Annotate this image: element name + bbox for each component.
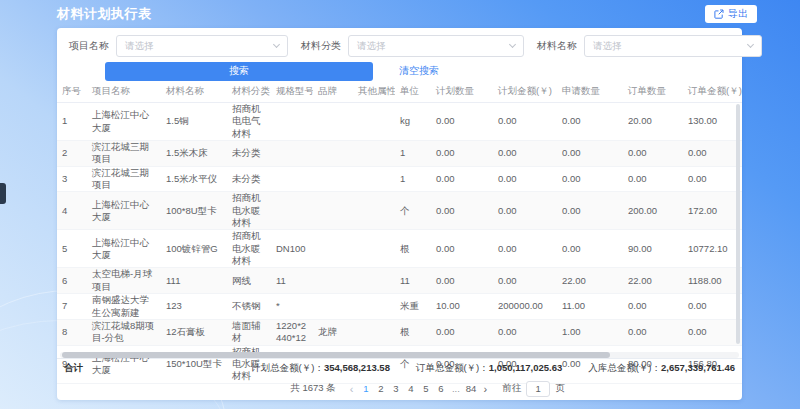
column-header: 规格型号 (271, 80, 313, 102)
table-cell: 200.00 (623, 192, 683, 229)
table-cell: 5 (57, 230, 87, 267)
table-cell: 1.5米水平仪 (161, 167, 227, 192)
page-number[interactable]: 84 (463, 383, 478, 394)
filter-label: 材料名称 (537, 39, 577, 53)
table-cell: 12石膏板 (161, 320, 227, 345)
table-cell: 0.00 (493, 167, 557, 192)
table-cell: 1.00 (557, 320, 623, 345)
table-cell: 200000.00 (493, 294, 557, 319)
table-cell (353, 192, 395, 229)
table-cell: 0.00 (683, 320, 742, 345)
filter-select-material-name[interactable]: 请选择 (584, 35, 762, 57)
table-cell: 不锈钢 (227, 294, 271, 319)
table-cell: 网线 (227, 268, 271, 293)
table-cell: 1 (57, 103, 87, 140)
table-cell: 0.00 (623, 141, 683, 166)
table-row: 4上海松江中心大厦100*8U型卡招商机电水暖材料个0.000.000.0020… (57, 192, 742, 230)
summary-label: 合计 (64, 362, 83, 375)
table-row: 8滨江花城8期项目-分包12石膏板墙面辅材1220*2440*12龙牌根0.00… (57, 320, 742, 346)
filter-placeholder: 请选择 (593, 40, 622, 53)
next-page-button[interactable]: › (478, 383, 492, 395)
export-button[interactable]: 导出 (705, 5, 757, 23)
table-cell: 上海松江中心大厦 (87, 192, 161, 229)
table-cell: 龙牌 (313, 320, 353, 345)
horizontal-scrollbar-thumb[interactable] (62, 352, 610, 358)
table-cell: 上海松江中心大厦 (87, 103, 161, 140)
table-cell (313, 192, 353, 229)
table-cell: 22.00 (557, 268, 623, 293)
table-cell: 1188.00 (683, 268, 742, 293)
content-card: 项目名称 请选择 材料分类 请选择 材料名称 请选择 搜索 清空搜索 序号项目名… (57, 28, 742, 400)
page-number[interactable]: 4 (403, 383, 418, 394)
table-cell (353, 268, 395, 293)
table-cell: 太空电梯-月球项目 (87, 268, 161, 293)
filter-bar: 项目名称 请选择 材料分类 请选择 材料名称 请选择 (69, 34, 742, 58)
page-number[interactable]: 1 (358, 383, 373, 394)
filter-select-material-category[interactable]: 请选择 (348, 35, 524, 57)
table-cell: 0.00 (493, 192, 557, 229)
table-cell (353, 141, 395, 166)
filter-group-material-name: 材料名称 请选择 (537, 35, 762, 57)
table-cell (353, 294, 395, 319)
table-cell (271, 141, 313, 166)
search-button[interactable]: 搜索 (105, 62, 373, 81)
table-cell: 0.00 (431, 320, 493, 345)
table-cell: 0.00 (431, 230, 493, 267)
filter-group-material-category: 材料分类 请选择 (301, 35, 524, 57)
table-cell: 111 (161, 268, 227, 293)
table-cell: 3 (57, 167, 87, 192)
table-cell: 1 (395, 141, 431, 166)
table-cell: 0.00 (493, 320, 557, 345)
table-cell: 7 (57, 294, 87, 319)
table-cell: 0.00 (431, 192, 493, 229)
table-cell: 未分类 (227, 141, 271, 166)
page-ellipsis: ... (448, 383, 463, 394)
table-cell: 6 (57, 268, 87, 293)
table-cell (353, 320, 395, 345)
table-cell: 1 (395, 167, 431, 192)
filter-select-project-name[interactable]: 请选择 (116, 35, 288, 57)
sidebar-collapsed-handle[interactable] (0, 183, 6, 204)
table-cell: 123 (161, 294, 227, 319)
prev-page-button[interactable]: ‹ (345, 383, 359, 395)
table-cell (313, 167, 353, 192)
table-cell: 0.00 (683, 294, 742, 319)
chevron-down-icon (273, 41, 280, 48)
column-header: 项目名称 (87, 80, 161, 102)
table-row: 1上海松江中心大厦1.5铜招商机电电气材料kg0.000.000.0020.00… (57, 103, 742, 141)
column-header: 材料名称 (161, 80, 227, 102)
table-cell (313, 294, 353, 319)
table-cell: 滨江花城8期项目-分包 (87, 320, 161, 345)
column-header: 材料分类 (227, 80, 271, 102)
column-header: 订单金额(￥) (683, 80, 742, 102)
summary-totals: 计划总金额(￥)：354,568,213.58订单总金额(￥)：1,050,11… (251, 362, 735, 375)
filter-placeholder: 请选择 (125, 40, 154, 53)
table-cell (313, 230, 353, 267)
table-cell: 0.00 (557, 141, 623, 166)
table-cell (353, 167, 395, 192)
table-cell: kg (395, 103, 431, 140)
table-cell: 100镀锌管G (161, 230, 227, 267)
horizontal-scrollbar[interactable] (60, 352, 739, 358)
table-header: 序号项目名称材料名称材料分类规格型号品牌其他属性单位计划数量计划金额(￥)申请数… (57, 80, 742, 103)
chevron-down-icon (747, 41, 754, 48)
table-cell (271, 103, 313, 140)
table-cell: 0.00 (623, 167, 683, 192)
goto-page-input[interactable] (526, 381, 550, 397)
vertical-scrollbar[interactable] (736, 104, 740, 344)
table-cell: 1.5铜 (161, 103, 227, 140)
table-cell: * (271, 294, 313, 319)
pagination: 共 1673 条 ‹ 123456...84 › 前往 页 (85, 377, 770, 400)
page-number[interactable]: 5 (418, 383, 433, 394)
table-cell: 11 (395, 268, 431, 293)
table-cell: 0.00 (683, 141, 742, 166)
table-cell: 墙面辅材 (227, 320, 271, 345)
column-header: 订单数量 (623, 80, 683, 102)
page-list: 123456...84 (358, 383, 478, 394)
page-number[interactable]: 6 (433, 383, 448, 394)
page-number[interactable]: 3 (388, 383, 403, 394)
clear-search-link[interactable]: 清空搜索 (399, 64, 439, 78)
export-button-label: 导出 (728, 7, 748, 21)
page-number[interactable]: 2 (373, 383, 388, 394)
table-cell: 根 (395, 230, 431, 267)
